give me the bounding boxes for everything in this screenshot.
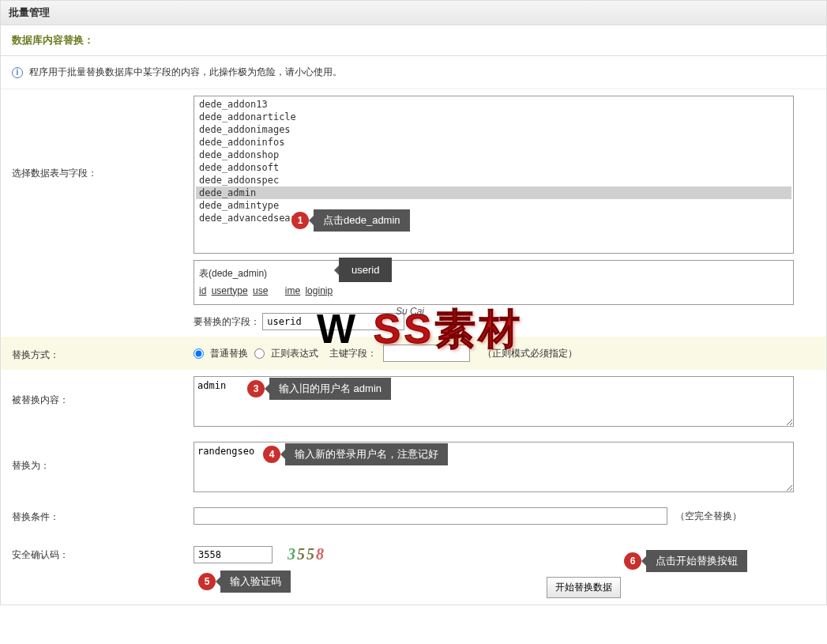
- field-link[interactable]: ime: [285, 285, 300, 296]
- radio-normal[interactable]: [194, 348, 204, 359]
- row-security-code: 安全确认码： 3558 5 输入验证码: [1, 531, 826, 571]
- regex-hint: （正则模式必须指定）: [483, 347, 577, 360]
- table-item[interactable]: dede_addonsoft: [196, 161, 791, 174]
- table-item[interactable]: dede_addonarticle: [196, 111, 791, 123]
- label-replace-method: 替换方式：: [12, 345, 194, 362]
- replace-field-input[interactable]: [262, 313, 404, 330]
- info-text: 程序用于批量替换数据库中某字段的内容，此操作极为危险，请小心使用。: [29, 66, 342, 79]
- field-link[interactable]: usertype: [212, 285, 248, 296]
- field-link[interactable]: loginip: [305, 285, 333, 296]
- label-replaced-content: 被替换内容：: [12, 376, 194, 407]
- table-item[interactable]: dede_addonshop: [196, 149, 791, 161]
- row-replace-method: 替换方式： 普通替换 正则表达式 主键字段： （正则模式必须指定）: [1, 337, 826, 370]
- table-item[interactable]: dede_addoninfos: [196, 136, 791, 149]
- label-replace-field: 要替换的字段：: [194, 316, 260, 327]
- security-code-input[interactable]: [194, 546, 273, 563]
- label-replace-to: 替换为：: [12, 442, 194, 473]
- field-link[interactable]: id: [199, 285, 206, 296]
- key-field-input[interactable]: [383, 345, 470, 362]
- table-name-label: 表(dede_admin): [199, 268, 267, 279]
- label-key-field: 主键字段：: [329, 347, 377, 360]
- replace-cond-input[interactable]: [194, 507, 667, 525]
- table-item[interactable]: dede_addonimages: [196, 123, 791, 136]
- row-replaced-content: 被替换内容： 3 输入旧的用户名 admin: [1, 370, 826, 435]
- table-list[interactable]: dede_addon13dede_addonarticledede_addoni…: [194, 96, 794, 254]
- field-box: 表(dede_admin) id usertype use ime logini…: [194, 260, 794, 305]
- table-item[interactable]: dede_addon13: [196, 98, 791, 111]
- row-submit: 开始替换数据 6 点击开始替换按钮: [1, 571, 826, 604]
- row-replace-cond: 替换条件： （空完全替换）: [1, 501, 826, 531]
- table-item[interactable]: dede_admintype: [196, 199, 791, 212]
- page-title: 批量管理: [9, 6, 50, 18]
- replace-to-textarea[interactable]: [194, 442, 794, 492]
- captcha-image[interactable]: 3558: [279, 545, 334, 564]
- table-item[interactable]: dede_admin: [196, 186, 791, 199]
- label-replace-cond: 替换条件：: [12, 507, 194, 524]
- table-item[interactable]: dede_addonspec: [196, 174, 791, 186]
- label-security-code: 安全确认码：: [12, 545, 194, 562]
- info-row: i 程序用于批量替换数据库中某字段的内容，此操作极为危险，请小心使用。: [1, 56, 826, 89]
- cond-hint: （空完全替换）: [675, 510, 742, 523]
- field-link[interactable]: use: [253, 285, 268, 296]
- radio-regex-label: 正则表达式: [271, 347, 318, 360]
- radio-normal-label: 普通替换: [210, 347, 248, 360]
- label-select-table: 选择数据表与字段：: [12, 96, 194, 180]
- row-select-table: 选择数据表与字段： dede_addon13dede_addonarticled…: [1, 89, 826, 337]
- section-title: 数据库内容替换：: [1, 25, 826, 56]
- table-item[interactable]: dede_advancedsearch: [196, 212, 791, 224]
- info-icon: i: [12, 67, 23, 78]
- page-header: 批量管理: [0, 0, 827, 25]
- replaced-content-textarea[interactable]: [194, 376, 794, 427]
- radio-regex[interactable]: [254, 348, 265, 359]
- row-replace-to: 替换为： 4 输入新的登录用户名，注意记好: [1, 435, 826, 501]
- submit-button[interactable]: 开始替换数据: [547, 577, 621, 598]
- main-content: 数据库内容替换： i 程序用于批量替换数据库中某字段的内容，此操作极为危险，请小…: [0, 25, 827, 605]
- annotation-label-2: userid: [339, 258, 392, 282]
